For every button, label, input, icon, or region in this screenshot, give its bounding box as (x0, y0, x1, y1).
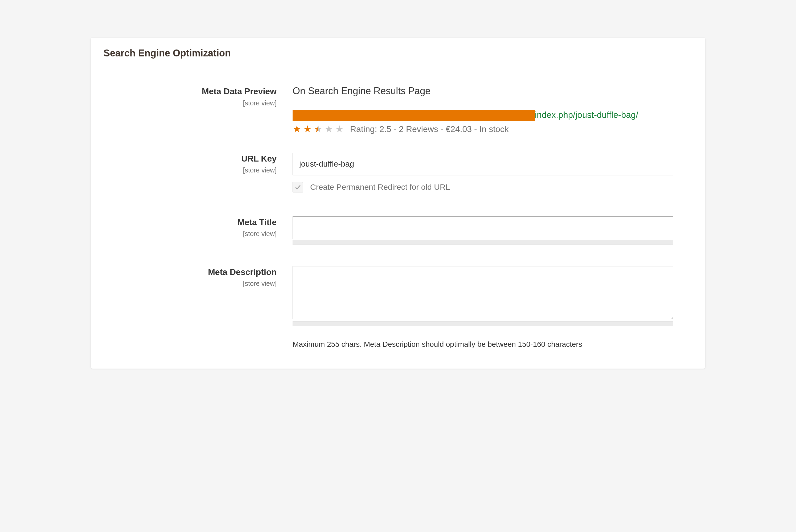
meta-description-length-bar (292, 321, 673, 326)
scope-meta-preview: [store view] (103, 99, 277, 107)
preview-rating-line: ★ ★ ★ ★ ★ Rating: 2.5 - 2 Reviews - €24.… (292, 124, 673, 134)
redirect-checkbox[interactable] (292, 182, 303, 192)
star-empty-icon: ★ (324, 124, 333, 134)
row-url-key: URL Key [store view] Create Permanent Re… (103, 153, 693, 192)
row-meta-title: Meta Title [store view] (103, 216, 693, 245)
label-col-meta-title: Meta Title [store view] (103, 216, 292, 238)
star-empty-icon: ★ (335, 124, 344, 134)
label-meta-preview: Meta Data Preview (103, 86, 277, 97)
scope-meta-description: [store view] (103, 280, 277, 287)
redirect-checkbox-row: Create Permanent Redirect for old URL (292, 182, 673, 192)
preview-rating-text: Rating: 2.5 - 2 Reviews - €24.03 - In st… (350, 124, 509, 134)
preview-url: index.php/joust-duffle-bag/ (292, 108, 673, 121)
scope-url-key: [store view] (103, 166, 277, 174)
label-col-preview: Meta Data Preview [store view] (103, 86, 292, 107)
label-meta-description: Meta Description (103, 267, 277, 278)
star-icon: ★ (303, 124, 312, 134)
label-col-url-key: URL Key [store view] (103, 153, 292, 174)
url-key-input[interactable] (292, 153, 673, 175)
meta-description-textarea[interactable] (292, 266, 673, 319)
scope-meta-title: [store view] (103, 230, 277, 238)
label-url-key: URL Key (103, 153, 277, 165)
star-half-icon: ★ (314, 124, 322, 134)
check-icon (295, 184, 301, 191)
preview-url-visible: index.php/joust-duffle-bag/ (535, 110, 638, 120)
meta-title-input[interactable] (292, 216, 673, 239)
label-meta-title: Meta Title (103, 217, 277, 228)
value-col-meta-title (292, 216, 673, 245)
seo-panel: Search Engine Optimization Meta Data Pre… (91, 37, 705, 369)
row-meta-preview: Meta Data Preview [store view] On Search… (103, 86, 693, 134)
meta-title-length-bar (292, 240, 673, 245)
preview-heading: On Search Engine Results Page (292, 86, 673, 97)
star-icon: ★ (292, 124, 301, 134)
value-col-url-key: Create Permanent Redirect for old URL (292, 153, 673, 192)
value-col-preview: On Search Engine Results Page index.php/… (292, 86, 673, 134)
value-col-meta-description: Maximum 255 chars. Meta Description shou… (292, 266, 673, 350)
panel-title: Search Engine Optimization (103, 48, 693, 59)
redirect-checkbox-label: Create Permanent Redirect for old URL (310, 183, 450, 192)
meta-description-hint: Maximum 255 chars. Meta Description shou… (292, 339, 660, 350)
label-col-meta-description: Meta Description [store view] (103, 266, 292, 288)
row-meta-description: Meta Description [store view] Maximum 25… (103, 266, 693, 350)
redacted-url-segment (292, 110, 535, 121)
